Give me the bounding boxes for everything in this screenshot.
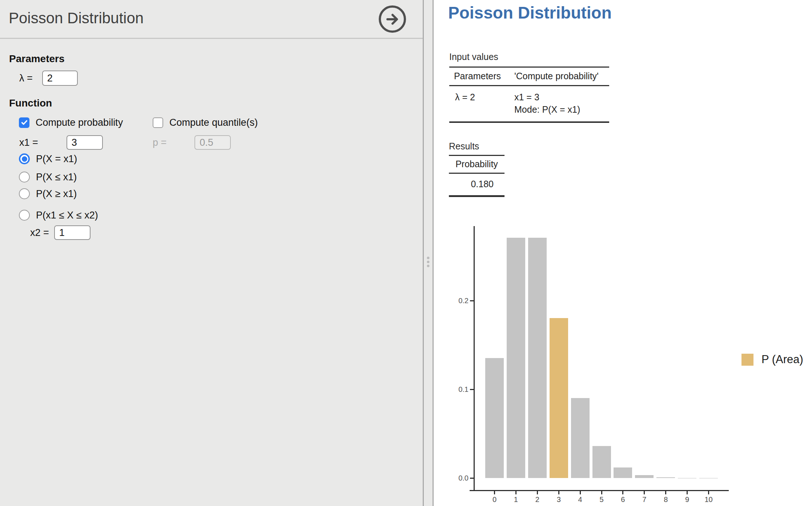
y-tick-label: 0.2 bbox=[443, 296, 469, 306]
compute-probability-checkbox[interactable] bbox=[19, 117, 29, 128]
radio-button[interactable] bbox=[19, 153, 30, 164]
x2-input[interactable] bbox=[54, 225, 91, 240]
radio-label[interactable]: P(X = x1) bbox=[36, 153, 77, 165]
y-tick bbox=[470, 478, 474, 479]
radio-label[interactable]: P(X ≥ x1) bbox=[36, 188, 77, 200]
y-tick-label: 0.0 bbox=[443, 473, 469, 483]
radio-label[interactable]: P(x1 ≤ X ≤ x2) bbox=[36, 210, 98, 221]
compute-probability-label[interactable]: Compute probability bbox=[36, 117, 123, 128]
radio-label[interactable]: P(X ≤ x1) bbox=[36, 172, 77, 183]
x1-row: x1 = bbox=[19, 135, 103, 150]
p-label: p = bbox=[153, 137, 166, 148]
x-tick bbox=[601, 491, 602, 494]
lambda-row: λ = bbox=[19, 71, 78, 86]
y-tick bbox=[470, 389, 474, 390]
x-tick bbox=[558, 491, 559, 494]
x-tick bbox=[515, 491, 516, 494]
x-tick-label: 1 bbox=[505, 495, 527, 504]
bar-x6 bbox=[614, 467, 632, 478]
x-tick-label: 10 bbox=[698, 495, 720, 504]
parameters-heading: Parameters bbox=[9, 53, 65, 65]
x-tick-label: 2 bbox=[526, 495, 548, 504]
x-axis-line bbox=[470, 490, 729, 491]
x-tick-label: 0 bbox=[484, 495, 506, 504]
panel-header: Poisson Distribution bbox=[0, 0, 423, 39]
radio-button[interactable] bbox=[19, 210, 30, 221]
legend-swatch bbox=[741, 354, 753, 366]
x-tick bbox=[537, 491, 538, 494]
p-row: p = bbox=[153, 136, 231, 149]
p-input[interactable] bbox=[194, 135, 231, 150]
bar-x5 bbox=[592, 446, 611, 478]
check-icon bbox=[20, 119, 28, 126]
radio-row-p-equal: P(X = x1) bbox=[19, 153, 77, 164]
bar-x3 bbox=[550, 318, 568, 478]
bar-x4 bbox=[571, 398, 590, 478]
compute-quantiles-label[interactable]: Compute quantile(s) bbox=[169, 117, 258, 128]
y-tick-label: 0.1 bbox=[443, 384, 469, 394]
x-tick-label: 9 bbox=[676, 495, 698, 504]
radio-row-p-between: P(x1 ≤ X ≤ x2) bbox=[19, 210, 98, 221]
legend-label: P (Area) bbox=[761, 353, 803, 366]
radio-button[interactable] bbox=[19, 188, 30, 199]
x-tick bbox=[708, 491, 709, 494]
bar-x2 bbox=[528, 238, 547, 478]
x-tick bbox=[644, 491, 645, 494]
distribution-plot: 0.00.10.2012345678910 bbox=[434, 0, 812, 506]
bar-x0 bbox=[485, 358, 504, 478]
lambda-label: λ = bbox=[19, 73, 33, 84]
x-tick bbox=[494, 491, 495, 494]
radio-button[interactable] bbox=[19, 172, 30, 182]
y-tick bbox=[470, 300, 474, 301]
compute-quantiles-checkbox[interactable] bbox=[153, 117, 163, 128]
submit-arrow-button[interactable] bbox=[379, 5, 406, 33]
x-tick bbox=[622, 491, 623, 494]
compute-probability-row: Compute probability bbox=[19, 117, 123, 128]
x-tick-label: 8 bbox=[655, 495, 677, 504]
x-tick bbox=[687, 491, 688, 494]
page-title: Poisson Distribution bbox=[9, 5, 144, 31]
x2-row: x2 = bbox=[30, 225, 91, 240]
compute-quantiles-row: Compute quantile(s) bbox=[153, 117, 258, 128]
x-tick-label: 4 bbox=[569, 495, 591, 504]
legend: P (Area) bbox=[741, 353, 803, 366]
x-tick-label: 7 bbox=[634, 495, 655, 504]
app-window: Poisson Distribution Parameters λ = Func… bbox=[0, 0, 812, 506]
lambda-input[interactable] bbox=[42, 71, 78, 86]
x2-label: x2 = bbox=[30, 227, 49, 238]
radio-row-p-leq: P(X ≤ x1) bbox=[19, 172, 77, 182]
output-panel: Poisson Distribution Input values Parame… bbox=[434, 0, 812, 506]
grip-dots-icon bbox=[427, 257, 430, 267]
bar-x7 bbox=[635, 475, 654, 478]
x1-label: x1 = bbox=[19, 137, 38, 148]
x-tick-label: 5 bbox=[591, 495, 612, 504]
x-tick-label: 3 bbox=[548, 495, 570, 504]
panel-resize-handle[interactable] bbox=[423, 0, 434, 506]
bar-x8 bbox=[656, 477, 675, 478]
x1-input[interactable] bbox=[67, 135, 103, 150]
arrow-right-icon bbox=[385, 12, 400, 27]
x-tick-label: 6 bbox=[612, 495, 634, 504]
radio-row-p-geq: P(X ≥ x1) bbox=[19, 188, 77, 199]
x-tick bbox=[580, 491, 581, 494]
function-heading: Function bbox=[9, 97, 52, 109]
bar-x1 bbox=[507, 238, 525, 478]
y-axis-line bbox=[474, 226, 475, 491]
controls-panel: Poisson Distribution Parameters λ = Func… bbox=[0, 0, 423, 506]
x-tick bbox=[665, 491, 666, 494]
